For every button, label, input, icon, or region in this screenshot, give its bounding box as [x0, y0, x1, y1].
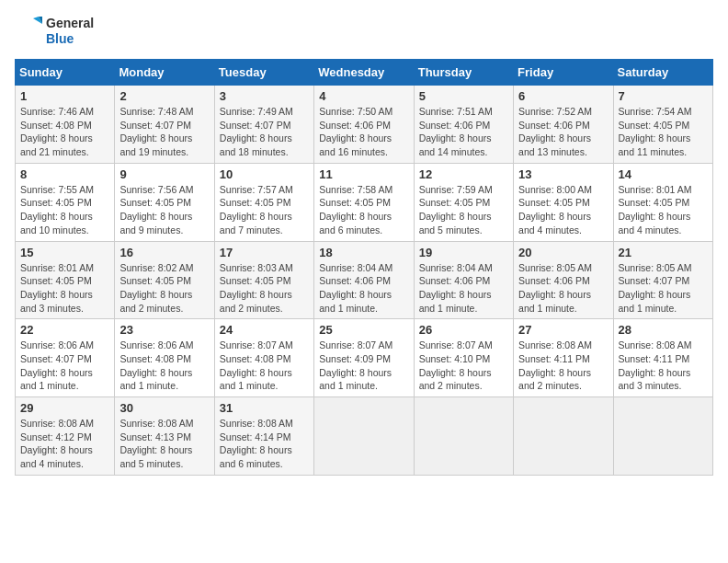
- day-number: 11: [319, 167, 408, 181]
- calendar-cell: 31Sunrise: 8:08 AMSunset: 4:14 PMDayligh…: [214, 397, 313, 476]
- day-number: 4: [319, 89, 408, 103]
- calendar-cell: 15Sunrise: 8:01 AMSunset: 4:05 PMDayligh…: [16, 241, 115, 319]
- day-info: Sunrise: 7:56 AMSunset: 4:05 PMDaylight:…: [119, 183, 209, 237]
- calendar-cell: 1Sunrise: 7:46 AMSunset: 4:08 PMDaylight…: [16, 86, 115, 164]
- calendar-cell: [414, 397, 513, 476]
- calendar-cell: 4Sunrise: 7:50 AMSunset: 4:06 PMDaylight…: [314, 86, 414, 164]
- day-number: 12: [419, 167, 508, 181]
- day-info: Sunrise: 8:07 AMSunset: 4:10 PMDaylight:…: [419, 339, 508, 393]
- day-number: 19: [419, 246, 508, 259]
- weekday-header-tuesday: Tuesday: [214, 60, 313, 86]
- day-info: Sunrise: 7:52 AMSunset: 4:06 PMDaylight:…: [518, 105, 608, 159]
- calendar-week-row: 29Sunrise: 8:08 AMSunset: 4:12 PMDayligh…: [16, 397, 713, 476]
- day-number: 26: [419, 323, 508, 337]
- day-number: 22: [20, 323, 109, 337]
- calendar-cell: 18Sunrise: 8:04 AMSunset: 4:06 PMDayligh…: [314, 241, 414, 319]
- day-info: Sunrise: 8:01 AMSunset: 4:05 PMDaylight:…: [619, 183, 708, 237]
- day-info: Sunrise: 8:04 AMSunset: 4:06 PMDaylight:…: [419, 261, 508, 316]
- day-info: Sunrise: 8:08 AMSunset: 4:14 PMDaylight:…: [220, 417, 309, 471]
- day-number: 28: [619, 323, 708, 337]
- day-number: 10: [220, 167, 309, 181]
- day-info: Sunrise: 8:07 AMSunset: 4:08 PMDaylight:…: [220, 339, 309, 393]
- day-info: Sunrise: 8:01 AMSunset: 4:05 PMDaylight:…: [20, 261, 109, 316]
- day-info: Sunrise: 7:59 AMSunset: 4:05 PMDaylight:…: [419, 183, 508, 237]
- calendar-cell: 29Sunrise: 8:08 AMSunset: 4:12 PMDayligh…: [16, 397, 115, 476]
- calendar-cell: 28Sunrise: 8:08 AMSunset: 4:11 PMDayligh…: [613, 319, 712, 397]
- day-number: 7: [619, 89, 708, 103]
- calendar-cell: 2Sunrise: 7:48 AMSunset: 4:07 PMDaylight…: [115, 86, 214, 164]
- day-info: Sunrise: 8:08 AMSunset: 4:11 PMDaylight:…: [518, 339, 608, 393]
- day-info: Sunrise: 8:05 AMSunset: 4:07 PMDaylight:…: [619, 261, 708, 316]
- day-info: Sunrise: 8:08 AMSunset: 4:12 PMDaylight:…: [20, 417, 109, 471]
- weekday-header-thursday: Thursday: [414, 60, 513, 86]
- calendar-cell: 10Sunrise: 7:57 AMSunset: 4:05 PMDayligh…: [214, 163, 313, 241]
- day-info: Sunrise: 7:54 AMSunset: 4:05 PMDaylight:…: [619, 105, 708, 159]
- calendar-cell: 27Sunrise: 8:08 AMSunset: 4:11 PMDayligh…: [514, 319, 613, 397]
- logo: General Blue: [15, 15, 94, 48]
- calendar-cell: 19Sunrise: 8:04 AMSunset: 4:06 PMDayligh…: [414, 241, 513, 319]
- day-number: 2: [119, 89, 209, 103]
- day-info: Sunrise: 7:49 AMSunset: 4:07 PMDaylight:…: [220, 105, 309, 159]
- calendar-cell: 30Sunrise: 8:08 AMSunset: 4:13 PMDayligh…: [115, 397, 214, 476]
- calendar-cell: 16Sunrise: 8:02 AMSunset: 4:05 PMDayligh…: [115, 241, 214, 319]
- day-info: Sunrise: 8:05 AMSunset: 4:06 PMDaylight:…: [518, 261, 608, 316]
- day-number: 13: [518, 167, 608, 181]
- day-info: Sunrise: 7:48 AMSunset: 4:07 PMDaylight:…: [119, 105, 209, 159]
- day-number: 14: [619, 167, 708, 181]
- calendar-cell: 9Sunrise: 7:56 AMSunset: 4:05 PMDaylight…: [115, 163, 214, 241]
- day-info: Sunrise: 7:58 AMSunset: 4:05 PMDaylight:…: [319, 183, 408, 237]
- weekday-header-friday: Friday: [514, 60, 613, 86]
- calendar-cell: [314, 397, 414, 476]
- day-number: 8: [20, 167, 109, 181]
- calendar-cell: 25Sunrise: 8:07 AMSunset: 4:09 PMDayligh…: [314, 319, 414, 397]
- day-number: 20: [518, 246, 608, 259]
- page-header: General Blue: [15, 15, 713, 48]
- day-number: 16: [119, 246, 209, 259]
- day-info: Sunrise: 7:46 AMSunset: 4:08 PMDaylight:…: [20, 105, 109, 159]
- day-number: 5: [419, 89, 508, 103]
- weekday-header-saturday: Saturday: [613, 60, 712, 86]
- calendar-week-row: 1Sunrise: 7:46 AMSunset: 4:08 PMDaylight…: [16, 86, 713, 164]
- day-info: Sunrise: 8:06 AMSunset: 4:07 PMDaylight:…: [20, 339, 109, 393]
- calendar-cell: 13Sunrise: 8:00 AMSunset: 4:05 PMDayligh…: [514, 163, 613, 241]
- calendar-cell: 23Sunrise: 8:06 AMSunset: 4:08 PMDayligh…: [115, 319, 214, 397]
- day-info: Sunrise: 7:57 AMSunset: 4:05 PMDaylight:…: [220, 183, 309, 237]
- calendar-week-row: 22Sunrise: 8:06 AMSunset: 4:07 PMDayligh…: [16, 319, 713, 397]
- calendar-cell: 17Sunrise: 8:03 AMSunset: 4:05 PMDayligh…: [214, 241, 313, 319]
- calendar-cell: 21Sunrise: 8:05 AMSunset: 4:07 PMDayligh…: [613, 241, 712, 319]
- day-number: 6: [518, 89, 608, 103]
- day-info: Sunrise: 8:03 AMSunset: 4:05 PMDaylight:…: [220, 261, 309, 316]
- day-number: 3: [220, 89, 309, 103]
- calendar-week-row: 15Sunrise: 8:01 AMSunset: 4:05 PMDayligh…: [16, 241, 713, 319]
- day-info: Sunrise: 7:50 AMSunset: 4:06 PMDaylight:…: [319, 105, 408, 159]
- weekday-header-monday: Monday: [115, 60, 214, 86]
- calendar-cell: 24Sunrise: 8:07 AMSunset: 4:08 PMDayligh…: [214, 319, 313, 397]
- calendar-cell: 12Sunrise: 7:59 AMSunset: 4:05 PMDayligh…: [414, 163, 513, 241]
- calendar-cell: 20Sunrise: 8:05 AMSunset: 4:06 PMDayligh…: [514, 241, 613, 319]
- weekday-header-sunday: Sunday: [16, 60, 115, 86]
- day-info: Sunrise: 8:07 AMSunset: 4:09 PMDaylight:…: [319, 339, 408, 393]
- day-info: Sunrise: 8:04 AMSunset: 4:06 PMDaylight:…: [319, 261, 408, 316]
- calendar-header-row: SundayMondayTuesdayWednesdayThursdayFrid…: [16, 60, 713, 86]
- day-info: Sunrise: 8:06 AMSunset: 4:08 PMDaylight:…: [119, 339, 209, 393]
- day-number: 24: [220, 323, 309, 337]
- calendar-cell: 6Sunrise: 7:52 AMSunset: 4:06 PMDaylight…: [514, 86, 613, 164]
- day-info: Sunrise: 8:02 AMSunset: 4:05 PMDaylight:…: [119, 261, 209, 316]
- day-number: 25: [319, 323, 408, 337]
- calendar-cell: 8Sunrise: 7:55 AMSunset: 4:05 PMDaylight…: [16, 163, 115, 241]
- calendar-cell: 5Sunrise: 7:51 AMSunset: 4:06 PMDaylight…: [414, 86, 513, 164]
- calendar-cell: 3Sunrise: 7:49 AMSunset: 4:07 PMDaylight…: [214, 86, 313, 164]
- calendar-cell: 7Sunrise: 7:54 AMSunset: 4:05 PMDaylight…: [613, 86, 712, 164]
- day-info: Sunrise: 8:08 AMSunset: 4:11 PMDaylight:…: [619, 339, 708, 393]
- day-info: Sunrise: 7:51 AMSunset: 4:06 PMDaylight:…: [419, 105, 508, 159]
- day-number: 23: [119, 323, 209, 337]
- calendar-cell: 26Sunrise: 8:07 AMSunset: 4:10 PMDayligh…: [414, 319, 513, 397]
- day-info: Sunrise: 7:55 AMSunset: 4:05 PMDaylight:…: [20, 183, 109, 237]
- day-info: Sunrise: 8:00 AMSunset: 4:05 PMDaylight:…: [518, 183, 608, 237]
- logo-line2: Blue: [46, 31, 94, 47]
- day-number: 9: [119, 167, 209, 181]
- calendar-cell: [613, 397, 712, 476]
- calendar-table: SundayMondayTuesdayWednesdayThursdayFrid…: [15, 59, 713, 476]
- logo-svg: [15, 15, 44, 48]
- day-number: 15: [20, 246, 109, 259]
